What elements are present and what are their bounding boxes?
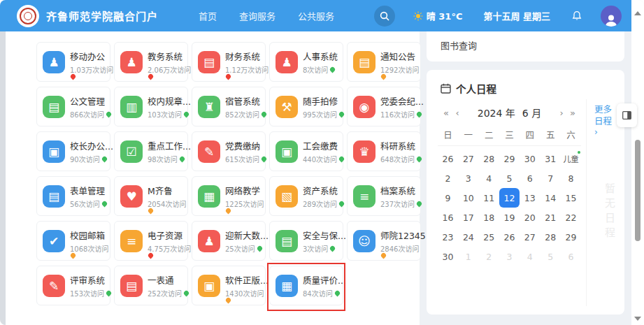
app-card[interactable]: ▤ 通知公告 1292次访问 [347, 42, 421, 82]
calendar-day[interactable]: 10 [458, 188, 478, 208]
calendar-day[interactable]: 3 [499, 247, 520, 266]
app-card[interactable]: ♛ 科研系统 648次访问 [347, 131, 421, 171]
calendar-day[interactable]: 22 [561, 208, 581, 227]
app-card[interactable]: ▣ 工会缴费 440次访问 [269, 131, 343, 171]
search-button[interactable] [374, 6, 395, 27]
app-card[interactable]: ▤ 财务系统 1.12万次访问 [192, 42, 266, 82]
calendar-day[interactable]: 27 [458, 149, 478, 168]
app-card[interactable]: ≡ 电子资源 4.75万次访问 [114, 221, 188, 261]
calendar-day[interactable]: 30 [438, 247, 458, 266]
app-card[interactable]: ♥ M齐鲁 2054次访问 [114, 176, 188, 216]
app-card[interactable]: ▧ 资产系统 289次访问 [269, 176, 343, 216]
scrollbar-thumb[interactable] [635, 140, 641, 241]
app-card[interactable]: ♟ 迎新大数... 25次访问 [192, 221, 266, 261]
app-visit-count: 103次访问 [148, 109, 191, 120]
calendar-day[interactable]: 31 [541, 149, 561, 168]
calendar-day[interactable]: 16 [438, 208, 458, 227]
calendar-day[interactable]: 3 [458, 168, 478, 188]
calendar-day[interactable]: 14 [541, 188, 561, 208]
next-year-button[interactable]: » [567, 108, 578, 118]
notification-button[interactable] [571, 10, 582, 22]
app-visit-count: 237次访问 [380, 198, 422, 209]
app-card[interactable]: ▦ 质量评价... 84次访问 [269, 266, 343, 305]
calendar-day[interactable]: 19 [499, 208, 520, 227]
calendar-day[interactable]: 2 [479, 247, 499, 266]
app-card[interactable]: ☺ 师院12345 2846次访问 [347, 221, 421, 261]
app-visit-count: 995次访问 [303, 109, 344, 120]
calendar-day[interactable]: 6 [561, 247, 581, 266]
calendar-day[interactable]: 27 [520, 227, 540, 247]
prev-year-button[interactable]: « [441, 108, 452, 118]
app-card[interactable]: ✔ 校园邮箱 1068次访问 [36, 221, 110, 261]
app-visit-count: 1225次访问 [225, 198, 264, 209]
scroll-down-arrow-icon[interactable] [634, 317, 641, 321]
calendar-day[interactable]: 9 [438, 188, 458, 208]
calendar-day[interactable]: 29 [561, 227, 581, 247]
prev-month-button[interactable]: ‹ [452, 108, 463, 118]
side-panel-toggle-button[interactable] [617, 103, 637, 127]
app-card[interactable]: ▤ 安全与保... 3次访问 [269, 221, 343, 261]
next-month-button[interactable]: › [556, 108, 567, 118]
calendar-day[interactable]: 26 [438, 149, 458, 168]
app-card[interactable]: ▥ 校内规章... 103次访问 [114, 87, 188, 127]
building-icon: ♜ [198, 96, 220, 118]
app-card[interactable]: ♟ 人事系统 8次访问 [269, 42, 343, 82]
calendar-day[interactable]: 5 [499, 168, 520, 188]
calendar-day[interactable]: 7 [541, 168, 561, 188]
app-name: 随手拍修 [303, 94, 344, 108]
calendar-day[interactable]: 28 [541, 227, 561, 247]
app-card[interactable]: ✎ 党费缴纳 615次访问 [192, 131, 266, 171]
app-card[interactable]: ☑ 重点工作... 98次访问 [114, 131, 188, 171]
calendar-day[interactable]: 28 [479, 149, 499, 168]
app-card[interactable]: ◉ 党委会纪... 116次访问 [347, 87, 421, 127]
app-name: 工会缴费 [303, 139, 344, 152]
calendar-day[interactable]: 17 [458, 208, 478, 227]
calendar-day[interactable]: 2 [438, 168, 458, 188]
calendar-day[interactable]: 4 [520, 247, 540, 266]
scroll-up-arrow-icon[interactable] [634, 11, 641, 15]
calendar-weekday-row: 日一二三四五六 [438, 124, 581, 144]
app-visit-count: 84次访问 [303, 288, 346, 298]
app-card[interactable]: ▦ 网络教学 1225次访问 [192, 176, 266, 216]
calendar-day[interactable]: 30 [520, 149, 540, 168]
app-card[interactable]: ⚒ 随手拍修 995次访问 [269, 87, 343, 127]
app-card[interactable]: ♜ 宿管系统 852次访问 [192, 87, 266, 127]
calendar-day[interactable]: 儿童 [561, 149, 581, 168]
book-query-item[interactable]: 图书查询 [427, 31, 477, 52]
calendar-day[interactable]: 11 [479, 188, 499, 208]
more-schedule-arrow[interactable]: › [587, 127, 624, 137]
calendar-day-selected[interactable]: 12 [499, 188, 520, 208]
nav-item-2[interactable]: 公共服务 [298, 9, 334, 22]
calendar-day[interactable]: 26 [499, 227, 520, 247]
calendar-year: 2024 年 [478, 106, 515, 120]
app-card[interactable]: ▣ 校长办公... 90次访问 [36, 131, 110, 171]
calendar-day[interactable]: 8 [561, 168, 581, 188]
calendar-day[interactable]: 29 [499, 149, 520, 168]
calendar-day[interactable]: 24 [458, 227, 478, 247]
calendar-day[interactable]: 13 [520, 188, 540, 208]
calendar-day[interactable]: 6 [520, 168, 540, 188]
nav-item-1[interactable]: 查询服务 [239, 9, 276, 22]
page-scrollbar[interactable] [631, 0, 644, 325]
calendar-day[interactable]: 18 [479, 208, 499, 227]
app-name: 迎新大数... [225, 229, 269, 242]
app-card[interactable]: ≡ 档案系统 237次访问 [347, 176, 421, 216]
app-card[interactable]: ✎ 评审系统 153次访问 [36, 266, 110, 305]
app-card[interactable]: ♟ 教务系统 2.06万次访问 [114, 42, 188, 82]
app-card[interactable]: ▤ 一表通 252次访问 [114, 266, 188, 305]
app-card[interactable]: ♟ 移动办公 1.03万次访问 [36, 42, 110, 82]
app-card[interactable]: ▤ 公文管理 866次访问 [36, 87, 110, 127]
bank-card-icon: ▤ [198, 51, 220, 73]
calendar-day[interactable]: 5 [541, 247, 561, 266]
calendar-day[interactable]: 4 [479, 168, 499, 188]
calendar-day[interactable]: 23 [438, 227, 458, 247]
nav-item-0[interactable]: 首页 [199, 9, 217, 22]
calendar-day[interactable]: 15 [561, 188, 581, 208]
app-card[interactable]: ▣ 软件正版... 1430次访问 [192, 266, 266, 305]
calendar-day[interactable]: 1 [458, 247, 478, 266]
calendar-day[interactable]: 21 [541, 208, 561, 227]
calendar-day[interactable]: 25 [479, 227, 499, 247]
app-card[interactable]: ▤ 表单管理 56次访问 [36, 176, 110, 216]
calendar-day[interactable]: 20 [520, 208, 540, 227]
user-avatar[interactable] [601, 6, 622, 27]
